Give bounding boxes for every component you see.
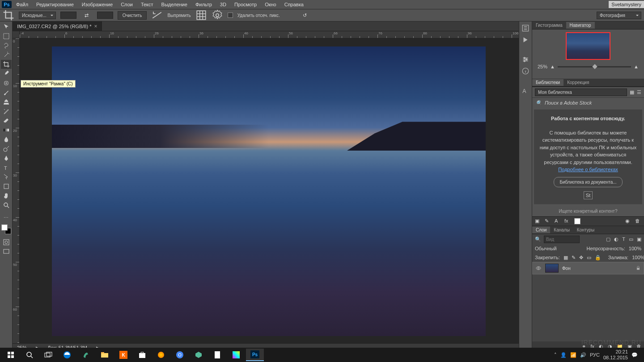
crop-ratio-select[interactable]: Исходные...: [19, 12, 56, 19]
taskbar-app-1[interactable]: [77, 349, 95, 361]
taskbar-app-6[interactable]: [227, 349, 245, 361]
menu-text[interactable]: Текст: [137, 1, 157, 8]
straighten-icon[interactable]: [151, 10, 163, 20]
layers-tab[interactable]: Слои: [532, 227, 550, 233]
crop-height-field[interactable]: [97, 12, 113, 19]
taskbar-app-3[interactable]: [152, 349, 170, 361]
paths-tab[interactable]: Контуры: [573, 227, 598, 233]
lock-move-icon[interactable]: ✥: [579, 255, 583, 261]
tray-volume-icon[interactable]: 🔊: [580, 352, 586, 358]
properties-panel-icon[interactable]: [521, 55, 530, 63]
workspace-select[interactable]: Фотография: [597, 12, 641, 19]
opacity-value[interactable]: 100%: [629, 246, 641, 251]
shape-tool[interactable]: [1, 182, 12, 191]
tray-clock[interactable]: 20:21 08.12.2015: [603, 349, 628, 361]
eraser-tool[interactable]: [1, 116, 12, 125]
crop-tool[interactable]: [1, 60, 12, 69]
menu-3d[interactable]: 3D: [216, 1, 230, 8]
layer-name[interactable]: Фон: [562, 266, 571, 271]
library-search[interactable]: 🔍 Поиск в Adobe Stock: [532, 98, 644, 108]
visibility-icon[interactable]: [535, 265, 542, 271]
gradient-tool[interactable]: [1, 126, 12, 135]
tray-people-icon[interactable]: 👤: [560, 352, 567, 358]
character-panel-icon[interactable]: A: [521, 87, 530, 95]
reset-icon[interactable]: ↺: [299, 10, 310, 20]
search-button[interactable]: [21, 349, 38, 361]
add-brush-icon[interactable]: ✎: [545, 218, 551, 224]
edit-toolbar[interactable]: ⋯: [1, 213, 12, 222]
marquee-tool[interactable]: [1, 32, 12, 41]
trash-icon[interactable]: 🗑: [635, 218, 641, 224]
layer-row-background[interactable]: Фон: [532, 262, 644, 274]
taskbar-chrome[interactable]: [171, 349, 189, 361]
close-tab-icon[interactable]: ×: [94, 23, 97, 29]
quick-mask-tool[interactable]: [1, 238, 12, 247]
grid-view-icon[interactable]: ▦: [630, 89, 634, 95]
task-view-button[interactable]: [39, 349, 57, 361]
library-from-document-button[interactable]: Библиотека из документа...: [554, 177, 622, 187]
tray-wifi-icon[interactable]: 📶: [570, 352, 576, 358]
taskbar-app-4[interactable]: [190, 349, 208, 361]
taskbar-store[interactable]: [133, 349, 151, 361]
taskbar-explorer[interactable]: [96, 349, 114, 361]
filter-pixel-icon[interactable]: ▢: [606, 236, 610, 242]
clone-stamp-tool[interactable]: [1, 97, 12, 106]
lock-all-icon[interactable]: 🔒: [595, 255, 601, 261]
filter-shape-icon[interactable]: ▭: [629, 236, 633, 242]
notification-center-icon[interactable]: 💬: [631, 352, 638, 358]
filter-smart-icon[interactable]: ▣: [637, 236, 641, 242]
menu-layers[interactable]: Слои: [117, 1, 136, 8]
library-learn-more-link[interactable]: Подробнее о библиотеках: [558, 167, 618, 172]
spot-healing-tool[interactable]: [1, 79, 12, 88]
lock-paint-icon[interactable]: ✎: [572, 255, 576, 261]
list-view-icon[interactable]: ☰: [637, 89, 641, 95]
straighten-label[interactable]: Выпрямить: [167, 13, 191, 18]
overlay-options-icon[interactable]: [195, 10, 207, 20]
filter-adjust-icon[interactable]: ◐: [614, 236, 619, 242]
add-color-icon[interactable]: [574, 218, 580, 224]
channels-tab[interactable]: Каналы: [550, 227, 573, 233]
screen-mode-tool[interactable]: [1, 247, 12, 256]
menu-select[interactable]: Выделение: [158, 1, 191, 8]
zoom-in-icon[interactable]: ▲: [634, 64, 639, 69]
crop-width-field[interactable]: [60, 12, 76, 19]
sync-icon[interactable]: ◉: [625, 218, 631, 224]
zoom-out-icon[interactable]: ▲: [550, 64, 555, 69]
zoom-slider[interactable]: [558, 66, 631, 67]
brush-tool[interactable]: [1, 88, 12, 97]
navigator-thumbnail[interactable]: [566, 32, 610, 60]
move-tool[interactable]: [1, 22, 12, 31]
actions-panel-icon[interactable]: [521, 36, 530, 44]
layer-lock-icon[interactable]: [636, 265, 641, 271]
horizontal-ruler[interactable]: -46162636465666768696106: [20, 31, 519, 38]
gear-icon[interactable]: [212, 10, 223, 20]
path-select-tool[interactable]: [1, 173, 12, 181]
dodge-tool[interactable]: [1, 144, 12, 153]
history-brush-tool[interactable]: [1, 107, 12, 116]
taskbar-app-2[interactable]: K: [114, 349, 132, 361]
magic-wand-tool[interactable]: [1, 51, 12, 59]
add-charstyle-icon[interactable]: A: [555, 218, 561, 224]
pen-tool[interactable]: [1, 154, 12, 163]
foreground-color[interactable]: [1, 224, 8, 231]
color-swatches[interactable]: [1, 224, 11, 234]
menu-image[interactable]: Изображение: [78, 1, 116, 8]
text-tool[interactable]: T: [1, 163, 12, 172]
start-button[interactable]: [2, 349, 20, 361]
history-panel-icon[interactable]: [521, 24, 530, 32]
tray-chevron-icon[interactable]: ˄: [554, 352, 557, 358]
menu-filter[interactable]: Фильтр: [192, 1, 216, 8]
blend-mode-select[interactable]: Обычный: [535, 246, 557, 251]
histogram-tab[interactable]: Гистограмма: [532, 22, 566, 29]
menu-edit[interactable]: Редактирование: [33, 1, 77, 8]
hand-tool[interactable]: [1, 191, 12, 200]
filter-search-icon[interactable]: 🔍: [535, 236, 541, 242]
delete-cropped-checkbox[interactable]: [228, 13, 233, 18]
swap-dimensions-icon[interactable]: ⇄: [81, 10, 93, 20]
libraries-tab[interactable]: Библиотеки: [532, 79, 564, 86]
blur-tool[interactable]: [1, 135, 12, 144]
add-layerstyle-icon[interactable]: fx: [564, 218, 571, 224]
lock-artboard-icon[interactable]: ▭: [587, 255, 591, 261]
taskbar-photoshop[interactable]: Ps: [246, 349, 264, 361]
add-swatch-icon[interactable]: ▣: [535, 218, 541, 224]
